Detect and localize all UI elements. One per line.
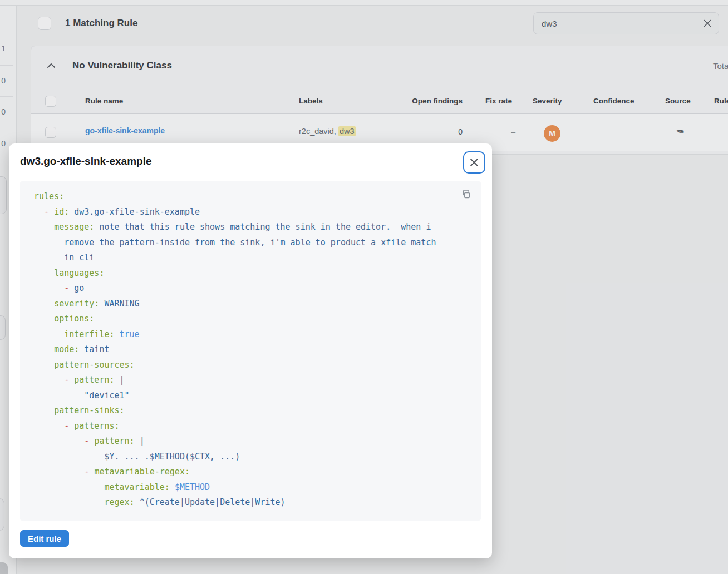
close-button[interactable]: [463, 151, 485, 174]
rule-yaml-block: rules: - id: dw3.go-xfile-sink-example m…: [20, 181, 481, 521]
rule-code: rules: - id: dw3.go-xfile-sink-example m…: [34, 189, 471, 511]
copy-icon[interactable]: [460, 188, 473, 201]
edit-rule-button[interactable]: Edit rule: [20, 530, 69, 547]
close-icon: [469, 157, 479, 167]
modal-title: dw3.go-xfile-sink-example: [20, 155, 152, 167]
